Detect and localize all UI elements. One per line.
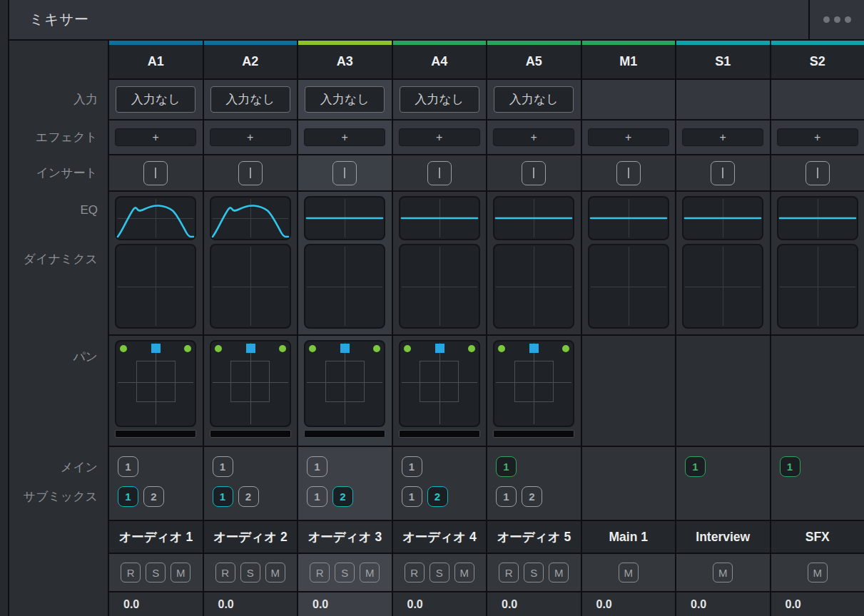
record-arm-button[interactable]: R (499, 563, 519, 582)
mute-button[interactable]: M (549, 563, 569, 582)
record-arm-button[interactable]: R (121, 563, 141, 582)
input-select-button[interactable]: 入力なし (116, 86, 195, 113)
volume-field[interactable]: 0.0 (676, 592, 770, 616)
submix-bus-button[interactable]: 2 (522, 486, 542, 507)
dynamics-display[interactable] (210, 244, 291, 329)
dynamics-display[interactable] (682, 244, 763, 329)
channel-header[interactable]: S1 (676, 41, 770, 78)
main-bus-button[interactable]: 1 (496, 456, 517, 477)
mute-button[interactable]: M (713, 563, 733, 582)
dynamics-display[interactable] (588, 244, 669, 329)
submix-bus-button[interactable]: 2 (332, 486, 353, 507)
eq-display[interactable] (777, 196, 858, 240)
add-effect-button[interactable]: + (777, 128, 858, 146)
pan-slider[interactable] (399, 430, 480, 438)
main-bus-button[interactable]: 1 (402, 456, 422, 477)
track-name-cell[interactable]: SFX (771, 521, 864, 553)
channel-header[interactable]: A4 (393, 41, 487, 78)
volume-field[interactable]: 0.0 (393, 592, 487, 616)
dynamics-display[interactable] (399, 244, 480, 329)
input-select-button[interactable]: 入力なし (210, 86, 290, 113)
channel-header[interactable]: A3 (298, 41, 392, 78)
solo-button[interactable]: S (430, 563, 449, 582)
dynamics-display[interactable] (777, 244, 858, 329)
eq-display[interactable] (210, 196, 291, 240)
insert-toggle-button[interactable] (332, 161, 357, 185)
solo-button[interactable]: S (146, 563, 166, 582)
insert-toggle-button[interactable] (143, 161, 168, 185)
submix-bus-button[interactable]: 1 (118, 486, 138, 507)
pan-slider[interactable] (304, 430, 385, 438)
main-bus-button[interactable]: 1 (307, 456, 327, 477)
add-effect-button[interactable]: + (210, 128, 291, 146)
channel-header[interactable]: M1 (582, 41, 676, 78)
pan-display[interactable] (210, 340, 291, 427)
volume-field[interactable]: 0.0 (298, 592, 392, 616)
volume-field[interactable]: 0.0 (771, 592, 864, 616)
pan-slider[interactable] (493, 430, 574, 438)
mute-button[interactable]: M (454, 563, 474, 582)
pan-display[interactable] (493, 340, 574, 427)
mute-button[interactable]: M (265, 563, 285, 582)
input-select-button[interactable]: 入力なし (494, 86, 574, 113)
mute-button[interactable]: M (171, 563, 190, 582)
mute-button[interactable]: M (360, 563, 380, 582)
eq-display[interactable] (493, 196, 574, 240)
eq-display[interactable] (588, 196, 669, 240)
main-bus-button[interactable]: 1 (213, 456, 233, 477)
solo-button[interactable]: S (524, 563, 544, 582)
main-bus-button[interactable]: 1 (118, 456, 138, 477)
track-name-cell[interactable]: オーディオ 5 (487, 521, 581, 553)
submix-bus-button[interactable]: 1 (213, 486, 233, 507)
submix-bus-button[interactable]: 1 (307, 486, 327, 507)
insert-toggle-button[interactable] (427, 161, 452, 185)
add-effect-button[interactable]: + (115, 128, 196, 146)
add-effect-button[interactable]: + (399, 128, 480, 146)
solo-button[interactable]: S (335, 563, 355, 582)
record-arm-button[interactable]: R (310, 563, 330, 582)
mute-button[interactable]: M (619, 563, 639, 582)
submix-bus-button[interactable]: 1 (402, 486, 422, 507)
solo-button[interactable]: S (240, 563, 260, 582)
eq-display[interactable] (682, 196, 763, 240)
pan-slider[interactable] (210, 430, 291, 438)
record-arm-button[interactable]: R (215, 563, 235, 582)
mute-button[interactable]: M (808, 563, 828, 582)
volume-field[interactable]: 0.0 (204, 592, 298, 616)
submix-bus-button[interactable]: 2 (238, 486, 259, 507)
main-bus-button[interactable]: 1 (685, 456, 706, 477)
track-name-cell[interactable]: オーディオ 1 (109, 521, 203, 553)
track-name-cell[interactable]: オーディオ 3 (298, 521, 392, 553)
volume-field[interactable]: 0.0 (109, 592, 203, 616)
insert-toggle-button[interactable] (711, 161, 735, 185)
track-name-cell[interactable]: Main 1 (582, 521, 676, 553)
add-effect-button[interactable]: + (304, 128, 385, 146)
pan-display[interactable] (115, 340, 196, 427)
submix-bus-button[interactable]: 2 (143, 486, 164, 507)
track-name-cell[interactable]: オーディオ 2 (204, 521, 298, 553)
add-effect-button[interactable]: + (493, 128, 574, 146)
insert-toggle-button[interactable] (805, 161, 830, 185)
add-effect-button[interactable]: + (682, 128, 763, 146)
dynamics-display[interactable] (493, 244, 574, 329)
eq-display[interactable] (115, 196, 196, 240)
input-select-button[interactable]: 入力なし (400, 86, 479, 113)
insert-toggle-button[interactable] (616, 161, 641, 185)
record-arm-button[interactable]: R (405, 563, 425, 582)
track-name-cell[interactable]: Interview (676, 521, 770, 553)
volume-field[interactable]: 0.0 (487, 592, 581, 616)
track-name-cell[interactable]: オーディオ 4 (393, 521, 487, 553)
channel-header[interactable]: A5 (487, 41, 581, 78)
pan-display[interactable] (399, 340, 480, 427)
channel-header[interactable]: A1 (109, 41, 203, 78)
insert-toggle-button[interactable] (238, 161, 263, 185)
pan-display[interactable] (304, 340, 385, 427)
volume-field[interactable]: 0.0 (582, 592, 676, 616)
main-bus-button[interactable]: 1 (780, 456, 801, 477)
submix-bus-button[interactable]: 1 (496, 486, 517, 507)
channel-header[interactable]: A2 (204, 41, 298, 78)
dynamics-display[interactable] (115, 244, 196, 329)
input-select-button[interactable]: 入力なし (305, 86, 385, 113)
channel-header[interactable]: S2 (771, 41, 864, 78)
dynamics-display[interactable] (304, 244, 385, 329)
